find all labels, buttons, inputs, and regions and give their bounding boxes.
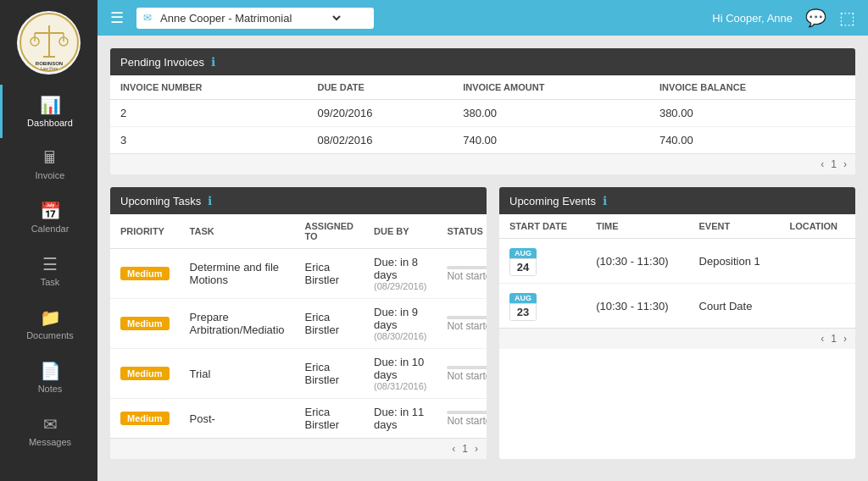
chat-icon[interactable]: 💬 bbox=[805, 8, 826, 28]
table-row: AUG 23 (10:30 - 11:30) Court Date bbox=[499, 284, 855, 329]
upcoming-tasks-table-container: PRIORITY TASK ASSIGNED TO DUE BY STATUS … bbox=[110, 214, 487, 438]
bottom-row: Upcoming Tasks ℹ PRIORITY TASK ASSIGNED … bbox=[110, 187, 855, 472]
task-status: Not started bbox=[437, 399, 487, 439]
progress-bar bbox=[447, 266, 487, 269]
sidebar-documents-label: Documents bbox=[26, 330, 74, 340]
task-name: Determine and file Motions bbox=[180, 249, 295, 299]
tasks-col-priority: PRIORITY bbox=[110, 214, 180, 249]
invoices-next[interactable]: › bbox=[843, 158, 847, 170]
main-content: Pending Invoices ℹ INVOICE NUMBER DUE DA… bbox=[97, 36, 868, 481]
task-priority: Medium bbox=[110, 249, 180, 299]
documents-icon: 📁 bbox=[40, 307, 61, 328]
messages-icon: ✉ bbox=[43, 414, 58, 434]
sidebar-item-messages[interactable]: ✉ Messages bbox=[0, 404, 97, 457]
events-col-time: TIME bbox=[586, 214, 688, 239]
table-row: 2 09/20/2016 380.00 380.00 bbox=[110, 100, 855, 127]
event-time: (10:30 - 11:30) bbox=[586, 239, 688, 284]
task-priority: Medium bbox=[110, 399, 180, 439]
date-month: AUG bbox=[509, 248, 537, 258]
tasks-page: 1 bbox=[462, 443, 468, 455]
pending-invoices-header: Pending Invoices ℹ bbox=[110, 48, 855, 75]
invoice-number: 3 bbox=[110, 127, 307, 154]
event-name: Deposition 1 bbox=[689, 239, 780, 284]
task-name: Prepare Arbitration/Mediatio bbox=[180, 299, 295, 349]
sidebar-task-label: Task bbox=[41, 277, 60, 287]
task-status: Not started bbox=[437, 349, 487, 399]
sidebar-dashboard-label: Dashboard bbox=[27, 118, 73, 128]
sidebar-item-calendar[interactable]: 📅 Calendar bbox=[0, 191, 97, 244]
event-name: Court Date bbox=[689, 284, 780, 329]
event-start-date: AUG 23 bbox=[499, 284, 586, 329]
sidebar-item-dashboard[interactable]: 📊 Dashboard bbox=[0, 85, 97, 138]
invoices-page: 1 bbox=[831, 158, 837, 170]
events-col-event: EVENT bbox=[689, 214, 780, 239]
task-priority: Medium bbox=[110, 299, 180, 349]
date-badge: AUG 23 bbox=[509, 293, 537, 321]
progress-bar bbox=[447, 411, 487, 414]
sidebar-item-task[interactable]: ☰ Task bbox=[0, 244, 97, 297]
col-invoice-number: INVOICE NUMBER bbox=[110, 75, 307, 100]
task-assigned: Erica Birstler bbox=[295, 299, 364, 349]
pending-invoices-table-container: INVOICE NUMBER DUE DATE INVOICE AMOUNT I… bbox=[110, 75, 855, 153]
task-priority: Medium bbox=[110, 349, 180, 399]
upcoming-events-info-icon[interactable]: ℹ bbox=[603, 194, 607, 207]
table-row: 3 08/02/2016 740.00 740.00 bbox=[110, 127, 855, 154]
upcoming-tasks-panel: Upcoming Tasks ℹ PRIORITY TASK ASSIGNED … bbox=[110, 187, 487, 459]
upcoming-tasks-title: Upcoming Tasks bbox=[120, 195, 201, 207]
upcoming-events-header: Upcoming Events ℹ bbox=[499, 187, 855, 214]
tasks-next[interactable]: › bbox=[475, 443, 478, 455]
sidebar-item-notes[interactable]: 📄 Notes bbox=[0, 351, 97, 404]
sidebar-notes-label: Notes bbox=[38, 384, 63, 394]
topbar: ☰ ✉ Anne Cooper - Matrimonial Hi Cooper,… bbox=[97, 0, 868, 36]
matter-selector[interactable]: ✉ Anne Cooper - Matrimonial bbox=[136, 8, 374, 29]
task-assigned: Erica Birstler bbox=[295, 249, 364, 299]
tasks-pagination: ‹ 1 › bbox=[110, 438, 487, 459]
priority-badge: Medium bbox=[120, 367, 170, 380]
logo: ROBINSON Law Firm bbox=[15, 8, 83, 76]
table-row: Medium Post- Erica Birstler Due: in 11 d… bbox=[110, 399, 487, 439]
invoices-pagination: ‹ 1 › bbox=[110, 153, 855, 174]
logout-icon[interactable]: ⬚ bbox=[839, 8, 855, 28]
upcoming-tasks-table: PRIORITY TASK ASSIGNED TO DUE BY STATUS … bbox=[110, 214, 487, 438]
events-next[interactable]: › bbox=[843, 333, 847, 345]
tasks-col-status: STATUS bbox=[437, 214, 487, 249]
sidebar-item-documents[interactable]: 📁 Documents bbox=[0, 297, 97, 351]
table-row: Medium Determine and file Motions Erica … bbox=[110, 249, 487, 299]
invoice-amount: 380.00 bbox=[453, 100, 649, 127]
task-assigned: Erica Birstler bbox=[295, 349, 364, 399]
hamburger-icon[interactable]: ☰ bbox=[110, 8, 124, 27]
upcoming-tasks-header: Upcoming Tasks ℹ bbox=[110, 187, 487, 214]
matter-select[interactable]: Anne Cooper - Matrimonial bbox=[157, 11, 343, 25]
task-name: Post- bbox=[180, 399, 295, 439]
dashboard-icon: 📊 bbox=[40, 95, 61, 115]
sidebar-nav: 📊 Dashboard 🖩 Invoice 📅 Calendar ☰ Task … bbox=[0, 85, 97, 481]
priority-badge: Medium bbox=[120, 267, 170, 280]
pending-invoices-table: INVOICE NUMBER DUE DATE INVOICE AMOUNT I… bbox=[110, 75, 855, 153]
upcoming-tasks-info-icon[interactable]: ℹ bbox=[208, 194, 212, 207]
sidebar-item-invoice[interactable]: 🖩 Invoice bbox=[0, 138, 97, 191]
sidebar-calendar-label: Calendar bbox=[31, 224, 70, 234]
date-day: 24 bbox=[509, 258, 537, 276]
upcoming-events-table-container: START DATE TIME EVENT LOCATION AUG 24 (1… bbox=[499, 214, 855, 328]
task-status: Not started bbox=[437, 249, 487, 299]
due-date: 09/20/2016 bbox=[307, 100, 453, 127]
invoices-prev[interactable]: ‹ bbox=[821, 158, 824, 170]
tasks-prev[interactable]: ‹ bbox=[452, 443, 455, 455]
task-icon: ☰ bbox=[42, 254, 58, 274]
status-text: Not started bbox=[447, 415, 487, 427]
table-row: Medium Trial Erica Birstler Due: in 10 d… bbox=[110, 349, 487, 399]
status-text: Not started bbox=[447, 370, 487, 382]
events-prev[interactable]: ‹ bbox=[821, 333, 824, 345]
status-text: Not started bbox=[447, 320, 487, 332]
event-location bbox=[779, 284, 855, 329]
task-due: Due: in 8 days (08/29/2016) bbox=[364, 249, 437, 299]
notes-icon: 📄 bbox=[40, 361, 61, 381]
sidebar: ROBINSON Law Firm 📊 Dashboard 🖩 Invoice … bbox=[0, 0, 97, 481]
table-row: AUG 24 (10:30 - 11:30) Deposition 1 bbox=[499, 239, 855, 284]
invoice-number: 2 bbox=[110, 100, 307, 127]
task-name: Trial bbox=[180, 349, 295, 399]
events-pagination: ‹ 1 › bbox=[499, 328, 855, 349]
col-invoice-balance: INVOICE BALANCE bbox=[649, 75, 855, 100]
pending-invoices-info-icon[interactable]: ℹ bbox=[211, 55, 215, 69]
upcoming-events-panel: Upcoming Events ℹ START DATE TIME EVENT … bbox=[499, 187, 855, 459]
